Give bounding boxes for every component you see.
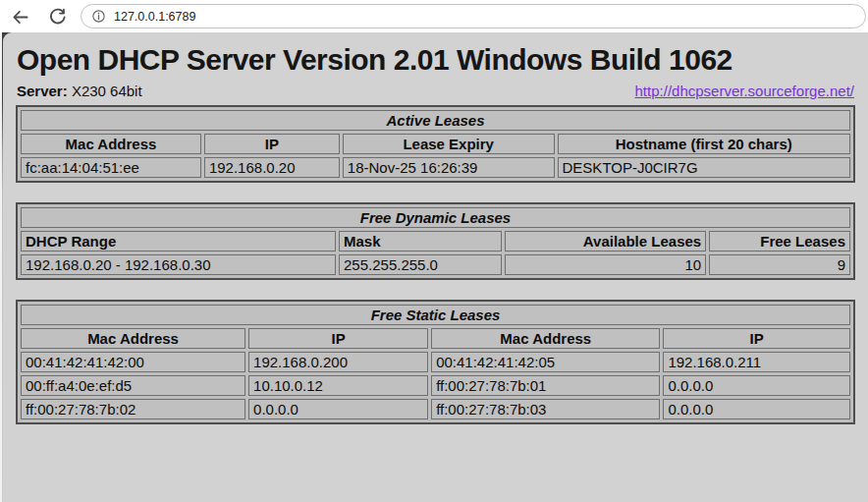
- mac-address-cell: ff:00:27:78:7b:02: [21, 399, 245, 419]
- page-title: Open DHCP Server Version 2.01 Windows Bu…: [17, 43, 855, 77]
- url-text[interactable]: 127.0.0.1:6789: [114, 10, 195, 24]
- column-header: Mac Address: [21, 134, 201, 154]
- table-title-row: Active Leases: [21, 110, 850, 131]
- mac-address-cell: 00:ff:a4:0e:ef:d5: [21, 375, 245, 396]
- free-dynamic-leases-table: Free Dynamic Leases DHCP Range Mask Avai…: [16, 202, 855, 280]
- refresh-icon: [48, 8, 67, 27]
- server-label: Server:: [17, 83, 68, 99]
- window-frame: Open DHCP Server Version 2.01 Windows Bu…: [0, 32, 868, 502]
- sourceforge-link[interactable]: http://dhcpserver.sourceforge.net/: [635, 83, 854, 99]
- table-row: ff:00:27:78:7b:02 0.0.0.0 ff:00:27:78:7b…: [21, 399, 850, 419]
- table-row: 192.168.0.20 - 192.168.0.30 255.255.255.…: [21, 254, 850, 275]
- free-leases-cell: 9: [709, 254, 850, 275]
- mac-address-cell: fc:aa:14:04:51:ee: [21, 157, 201, 178]
- browser-toolbar: 127.0.0.1:6789: [0, 0, 868, 32]
- table-title: Active Leases: [21, 110, 850, 131]
- column-header: Lease Expiry: [343, 134, 555, 154]
- ip-cell: 192.168.0.211: [663, 352, 850, 372]
- table-title: Free Dynamic Leases: [21, 207, 850, 228]
- dhcp-range-cell: 192.168.0.20 - 192.168.0.30: [21, 254, 336, 275]
- mac-address-cell: 00:41:42:41:42:00: [21, 352, 245, 372]
- column-header: IP: [204, 134, 340, 154]
- address-bar[interactable]: 127.0.0.1:6789: [81, 4, 866, 28]
- ip-cell: 0.0.0.0: [248, 399, 428, 419]
- table-title: Free Static Leases: [21, 305, 850, 325]
- column-header: Available Leases: [505, 231, 707, 251]
- column-header: IP: [663, 328, 850, 349]
- free-static-leases-table: Free Static Leases Mac Address IP Mac Ad…: [16, 300, 855, 424]
- ip-cell: 0.0.0.0: [663, 399, 850, 419]
- mac-address-cell: 00:41:42:41:42:05: [431, 352, 660, 372]
- ip-cell: 0.0.0.0: [663, 375, 850, 396]
- column-header: DHCP Range: [21, 231, 336, 251]
- server-row: Server: X230 64bit http://dhcpserver.sou…: [17, 83, 854, 99]
- info-icon[interactable]: [91, 9, 106, 24]
- table-row: 00:41:42:41:42:00 192.168.0.200 00:41:42…: [21, 352, 850, 372]
- ip-cell: 192.168.0.200: [248, 352, 428, 372]
- column-header: Free Leases: [709, 231, 850, 251]
- refresh-button[interactable]: [44, 4, 70, 29]
- column-header: Mac Address: [431, 328, 660, 349]
- header-row: Mac Address IP Mac Address IP: [21, 328, 850, 349]
- header-row: Mac Address IP Lease Expiry Hostname (fi…: [21, 134, 850, 154]
- ip-cell: 10.10.0.12: [248, 375, 428, 396]
- column-header: Mac Address: [21, 328, 245, 349]
- header-row: DHCP Range Mask Available Leases Free Le…: [21, 231, 850, 251]
- hostname-cell: DESKTOP-J0CIR7G: [558, 157, 850, 178]
- server-info: Server: X230 64bit: [17, 83, 142, 99]
- back-button[interactable]: [7, 4, 32, 29]
- mac-address-cell: ff:00:27:78:7b:01: [431, 375, 660, 396]
- table-row: fc:aa:14:04:51:ee 192.168.0.20 18-Nov-25…: [21, 157, 850, 178]
- column-header: IP: [248, 328, 428, 349]
- webpage-content: Open DHCP Server Version 2.01 Windows Bu…: [3, 32, 868, 502]
- mask-cell: 255.255.255.0: [339, 254, 502, 275]
- table-title-row: Free Static Leases: [21, 305, 850, 325]
- server-name: X230 64bit: [72, 83, 142, 99]
- column-header: Hostname (first 20 chars): [558, 134, 850, 154]
- table-title-row: Free Dynamic Leases: [21, 207, 850, 228]
- available-leases-cell: 10: [505, 254, 707, 275]
- mac-address-cell: ff:00:27:78:7b:03: [431, 399, 660, 419]
- lease-expiry-cell: 18-Nov-25 16:26:39: [343, 157, 555, 178]
- column-header: Mask: [339, 231, 502, 251]
- table-row: 00:ff:a4:0e:ef:d5 10.10.0.12 ff:00:27:78…: [21, 375, 850, 396]
- back-arrow-icon: [11, 8, 29, 27]
- active-leases-table: Active Leases Mac Address IP Lease Expir…: [16, 105, 855, 183]
- ip-cell: 192.168.0.20: [204, 157, 340, 178]
